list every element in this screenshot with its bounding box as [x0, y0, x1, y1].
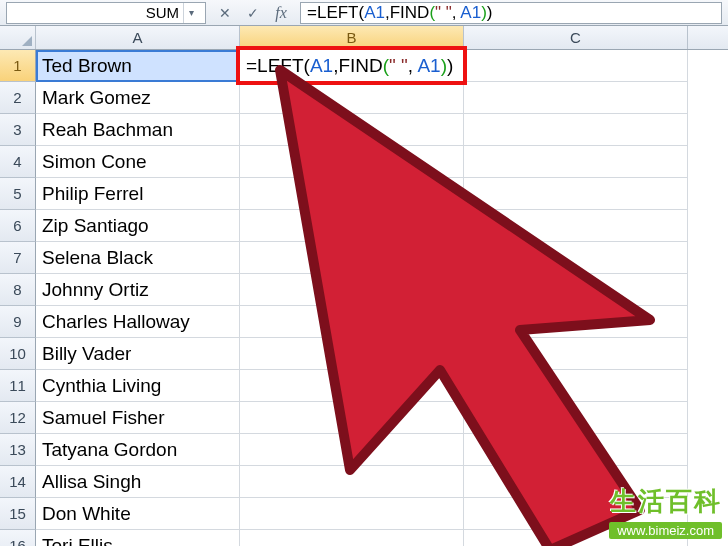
cell-C13[interactable] — [464, 434, 688, 466]
cell-B3[interactable] — [240, 114, 464, 146]
row: 13 Tatyana Gordon — [0, 434, 728, 466]
cell-C8[interactable] — [464, 274, 688, 306]
formula-text: =LEFT(A1,FIND(" ", A1)) — [307, 3, 493, 23]
row: 12 Samuel Fisher — [0, 402, 728, 434]
row-header[interactable]: 1 — [0, 50, 36, 82]
cell-A3[interactable]: Reah Bachman — [36, 114, 240, 146]
cell-B13[interactable] — [240, 434, 464, 466]
cell-C2[interactable] — [464, 82, 688, 114]
insert-function-button[interactable]: fx — [272, 4, 290, 22]
name-box-dropdown-icon[interactable]: ▾ — [183, 3, 199, 23]
row-header[interactable]: 8 — [0, 274, 36, 306]
cell-A14[interactable]: Allisa Singh — [36, 466, 240, 498]
cell-editor-text: =LEFT(A1,FIND(" ", A1)) — [246, 55, 453, 77]
row: 1 Ted Brown =LEFT(A1,FIND(" ", A1)) — [0, 50, 728, 82]
cell-A5[interactable]: Philip Ferrel — [36, 178, 240, 210]
cell-A13[interactable]: Tatyana Gordon — [36, 434, 240, 466]
row: 16 Tori Ellis — [0, 530, 728, 546]
cell-A2[interactable]: Mark Gomez — [36, 82, 240, 114]
cell-B1[interactable]: =LEFT(A1,FIND(" ", A1)) — [240, 50, 464, 82]
row-header[interactable]: 7 — [0, 242, 36, 274]
row-header[interactable]: 4 — [0, 146, 36, 178]
cell-C16[interactable] — [464, 530, 688, 546]
cell-A12[interactable]: Samuel Fisher — [36, 402, 240, 434]
cell-C12[interactable] — [464, 402, 688, 434]
row: 14 Allisa Singh — [0, 466, 728, 498]
cell-A1[interactable]: Ted Brown — [36, 50, 240, 82]
cell-B8[interactable] — [240, 274, 464, 306]
spreadsheet-grid: 1 Ted Brown =LEFT(A1,FIND(" ", A1)) 2 Ma… — [0, 50, 728, 546]
row-header[interactable]: 11 — [0, 370, 36, 402]
cell-C11[interactable] — [464, 370, 688, 402]
row: 9 Charles Halloway — [0, 306, 728, 338]
cell-B9[interactable] — [240, 306, 464, 338]
cell-B16[interactable] — [240, 530, 464, 546]
row-header[interactable]: 16 — [0, 530, 36, 546]
row-header[interactable]: 9 — [0, 306, 36, 338]
cell-B5[interactable] — [240, 178, 464, 210]
row: 2 Mark Gomez — [0, 82, 728, 114]
cell-C4[interactable] — [464, 146, 688, 178]
row-header[interactable]: 10 — [0, 338, 36, 370]
cell-B7[interactable] — [240, 242, 464, 274]
row-header[interactable]: 6 — [0, 210, 36, 242]
row: 7 Selena Black — [0, 242, 728, 274]
cell-A9[interactable]: Charles Halloway — [36, 306, 240, 338]
column-header-C[interactable]: C — [464, 26, 688, 49]
row-header[interactable]: 12 — [0, 402, 36, 434]
cell-C9[interactable] — [464, 306, 688, 338]
formula-bar: SUM ▾ ✕ ✓ fx =LEFT(A1,FIND(" ", A1)) — [0, 0, 728, 26]
row: 11 Cynthia Living — [0, 370, 728, 402]
row: 8 Johnny Ortiz — [0, 274, 728, 306]
cell-editor[interactable]: =LEFT(A1,FIND(" ", A1)) — [236, 46, 467, 85]
row-header[interactable]: 13 — [0, 434, 36, 466]
row-header[interactable]: 15 — [0, 498, 36, 530]
cell-C3[interactable] — [464, 114, 688, 146]
row-header[interactable]: 5 — [0, 178, 36, 210]
cancel-button[interactable]: ✕ — [216, 5, 234, 21]
cell-C10[interactable] — [464, 338, 688, 370]
cell-A10[interactable]: Billy Vader — [36, 338, 240, 370]
cell-B4[interactable] — [240, 146, 464, 178]
cell-A6[interactable]: Zip Santiago — [36, 210, 240, 242]
select-all-corner[interactable] — [0, 26, 36, 49]
cell-C7[interactable] — [464, 242, 688, 274]
cell-A15[interactable]: Don White — [36, 498, 240, 530]
row-header[interactable]: 14 — [0, 466, 36, 498]
cell-B11[interactable] — [240, 370, 464, 402]
row: 15 Don White — [0, 498, 728, 530]
cell-C6[interactable] — [464, 210, 688, 242]
cell-B6[interactable] — [240, 210, 464, 242]
cell-B2[interactable] — [240, 82, 464, 114]
row: 5 Philip Ferrel — [0, 178, 728, 210]
row: 6 Zip Santiago — [0, 210, 728, 242]
row: 3 Reah Bachman — [0, 114, 728, 146]
cell-C14[interactable] — [464, 466, 688, 498]
cell-A4[interactable]: Simon Cone — [36, 146, 240, 178]
cell-C15[interactable] — [464, 498, 688, 530]
cell-A16[interactable]: Tori Ellis — [36, 530, 240, 546]
cell-B12[interactable] — [240, 402, 464, 434]
name-box[interactable]: SUM ▾ — [6, 2, 206, 24]
cell-C1[interactable] — [464, 50, 688, 82]
formula-bar-buttons: ✕ ✓ fx — [216, 4, 290, 22]
cell-A7[interactable]: Selena Black — [36, 242, 240, 274]
column-header-A[interactable]: A — [36, 26, 240, 49]
enter-button[interactable]: ✓ — [244, 5, 262, 21]
cell-C5[interactable] — [464, 178, 688, 210]
cell-B15[interactable] — [240, 498, 464, 530]
cell-B10[interactable] — [240, 338, 464, 370]
row-header[interactable]: 2 — [0, 82, 36, 114]
cell-B14[interactable] — [240, 466, 464, 498]
name-box-value: SUM — [13, 4, 183, 21]
cell-A11[interactable]: Cynthia Living — [36, 370, 240, 402]
row: 10 Billy Vader — [0, 338, 728, 370]
formula-input[interactable]: =LEFT(A1,FIND(" ", A1)) — [300, 2, 722, 24]
row: 4 Simon Cone — [0, 146, 728, 178]
row-header[interactable]: 3 — [0, 114, 36, 146]
cell-A8[interactable]: Johnny Ortiz — [36, 274, 240, 306]
